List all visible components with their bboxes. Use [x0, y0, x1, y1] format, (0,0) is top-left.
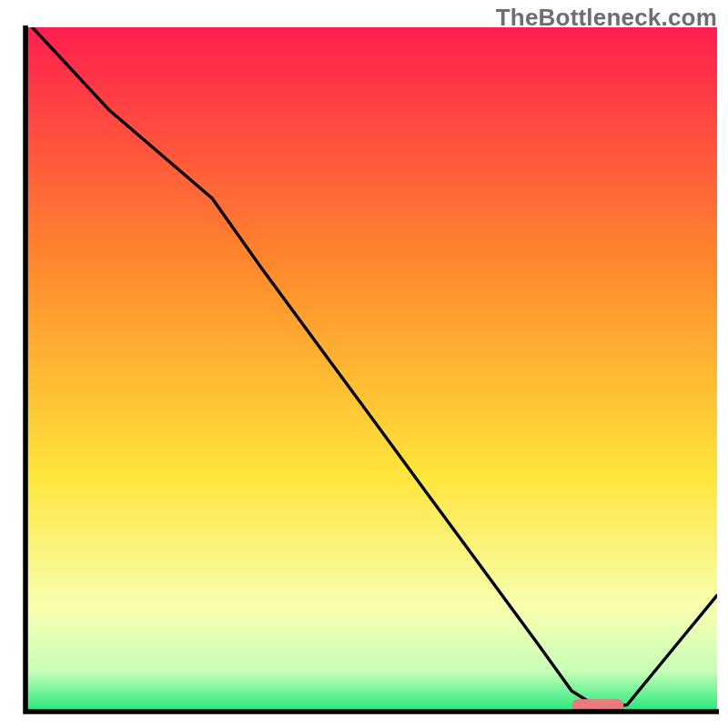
watermark-text: TheBottleneck.com	[496, 4, 717, 32]
chart-canvas	[0, 0, 728, 728]
chart-stage: TheBottleneck.com	[0, 0, 728, 728]
plot-background	[25, 27, 717, 712]
